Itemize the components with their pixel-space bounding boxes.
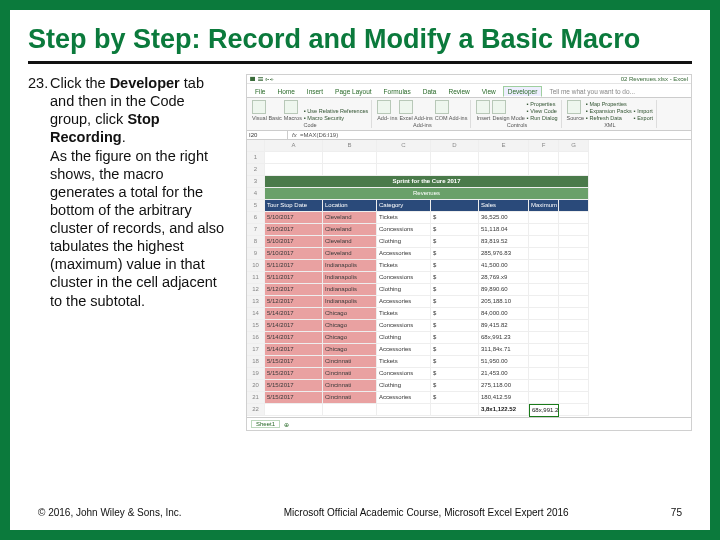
add--ins-icon[interactable] — [377, 100, 391, 114]
cell[interactable] — [265, 404, 323, 416]
row-head[interactable]: 17 — [247, 344, 265, 356]
tell-me[interactable]: Tell me what you want to do... — [544, 86, 640, 97]
cell[interactable] — [431, 404, 479, 416]
cell[interactable] — [559, 164, 589, 176]
ribbon-tab-review[interactable]: Review — [443, 86, 474, 97]
col-head[interactable] — [247, 140, 265, 152]
cell[interactable] — [529, 320, 559, 332]
cur-cell[interactable]: $ — [431, 296, 479, 308]
cur-cell[interactable]: $ — [431, 380, 479, 392]
col-head[interactable]: C — [377, 140, 431, 152]
ribbon-btn[interactable]: ▪ Expansion Packs — [586, 108, 632, 114]
cat-cell[interactable]: Concessions — [377, 320, 431, 332]
cell[interactable] — [559, 236, 589, 248]
cat-cell[interactable]: Concessions — [377, 272, 431, 284]
sheet-tab-bar[interactable]: Sheet1 ⊕ — [247, 417, 691, 430]
cell[interactable] — [559, 260, 589, 272]
date-cell[interactable]: 5/10/2017 — [265, 236, 323, 248]
ribbon-btn[interactable]: ▪ Map Properties — [586, 101, 627, 107]
date-cell[interactable]: 5/12/2017 — [265, 284, 323, 296]
loc-cell[interactable]: Indianapolis — [323, 296, 377, 308]
cell[interactable] — [479, 152, 529, 164]
cat-cell[interactable]: Clothing — [377, 284, 431, 296]
val-cell[interactable]: 36,525.00 — [479, 212, 529, 224]
ribbon-tab-pagelayout[interactable]: Page Layout — [330, 86, 377, 97]
loc-cell[interactable]: Indianapolis — [323, 284, 377, 296]
row-head[interactable]: 3 — [247, 176, 265, 188]
row-head[interactable]: 10 — [247, 260, 265, 272]
ribbon-btn[interactable]: ▪ Properties — [527, 101, 556, 107]
ribbon-tab-insert[interactable]: Insert — [302, 86, 328, 97]
date-cell[interactable]: 5/12/2017 — [265, 296, 323, 308]
table-header[interactable] — [559, 200, 589, 212]
ribbon-tab-view[interactable]: View — [477, 86, 501, 97]
cell[interactable] — [529, 308, 559, 320]
val-cell[interactable]: 180,412.59 — [479, 392, 529, 404]
ribbon-tab-file[interactable]: File — [250, 86, 270, 97]
cell[interactable] — [559, 332, 589, 344]
ribbon-tab-home[interactable]: Home — [272, 86, 299, 97]
val-cell[interactable]: 68x,991.23 — [479, 332, 529, 344]
loc-cell[interactable]: Indianapolis — [323, 260, 377, 272]
cell[interactable] — [559, 152, 589, 164]
macros-icon[interactable] — [284, 100, 298, 114]
cell[interactable] — [559, 284, 589, 296]
cell[interactable] — [529, 224, 559, 236]
cell[interactable] — [559, 296, 589, 308]
cell[interactable] — [529, 368, 559, 380]
loc-cell[interactable]: Chicago — [323, 320, 377, 332]
val-cell[interactable]: 41,500.00 — [479, 260, 529, 272]
val-cell[interactable]: 51,950.00 — [479, 356, 529, 368]
row-head[interactable]: 16 — [247, 332, 265, 344]
design-mode-icon[interactable] — [492, 100, 506, 114]
cell[interactable] — [529, 380, 559, 392]
loc-cell[interactable]: Cincinnati — [323, 392, 377, 404]
cell[interactable] — [529, 356, 559, 368]
row-head[interactable]: 9 — [247, 248, 265, 260]
cell[interactable] — [529, 272, 559, 284]
loc-cell[interactable]: Cleveland — [323, 224, 377, 236]
row-head[interactable]: 8 — [247, 236, 265, 248]
col-head[interactable]: G — [559, 140, 589, 152]
val-cell[interactable]: 28,769.x9 — [479, 272, 529, 284]
date-cell[interactable]: 5/10/2017 — [265, 224, 323, 236]
cur-cell[interactable]: $ — [431, 344, 479, 356]
val-cell[interactable]: 89,415.82 — [479, 320, 529, 332]
loc-cell[interactable]: Chicago — [323, 308, 377, 320]
max-cell[interactable]: 68x,991.25 — [529, 404, 559, 417]
cell[interactable] — [559, 224, 589, 236]
cat-cell[interactable]: Accessories — [377, 296, 431, 308]
val-cell[interactable]: 285,976.83 — [479, 248, 529, 260]
ribbon-tab-formulas[interactable]: Formulas — [379, 86, 416, 97]
cell[interactable] — [377, 404, 431, 416]
ribbon-tab-developer[interactable]: Developer — [503, 86, 543, 97]
cell[interactable] — [559, 212, 589, 224]
row-head[interactable]: 13 — [247, 296, 265, 308]
cell[interactable] — [529, 260, 559, 272]
cell[interactable] — [323, 404, 377, 416]
cell[interactable] — [529, 392, 559, 404]
cur-cell[interactable]: $ — [431, 392, 479, 404]
cur-cell[interactable]: $ — [431, 224, 479, 236]
ribbon-btn[interactable]: ▪ Import — [634, 108, 653, 114]
cell[interactable] — [265, 164, 323, 176]
sheet-grid[interactable]: ABCDEFG123Sprint for the Cure 20174Reven… — [247, 140, 691, 417]
date-cell[interactable]: 5/11/2017 — [265, 260, 323, 272]
val-cell[interactable]: 205,188.10 — [479, 296, 529, 308]
row-head[interactable]: 15 — [247, 320, 265, 332]
cat-cell[interactable]: Clothing — [377, 236, 431, 248]
loc-cell[interactable]: Cincinnati — [323, 356, 377, 368]
cat-cell[interactable]: Tickets — [377, 356, 431, 368]
loc-cell[interactable]: Chicago — [323, 332, 377, 344]
cell[interactable] — [559, 272, 589, 284]
cell[interactable] — [529, 344, 559, 356]
com-add-ins-icon[interactable] — [435, 100, 449, 114]
col-head[interactable]: E — [479, 140, 529, 152]
cat-cell[interactable]: Accessories — [377, 392, 431, 404]
loc-cell[interactable]: Cleveland — [323, 212, 377, 224]
cur-cell[interactable]: $ — [431, 356, 479, 368]
cur-cell[interactable]: $ — [431, 212, 479, 224]
col-head[interactable]: F — [529, 140, 559, 152]
row-head[interactable]: 7 — [247, 224, 265, 236]
cat-cell[interactable]: Accessories — [377, 344, 431, 356]
